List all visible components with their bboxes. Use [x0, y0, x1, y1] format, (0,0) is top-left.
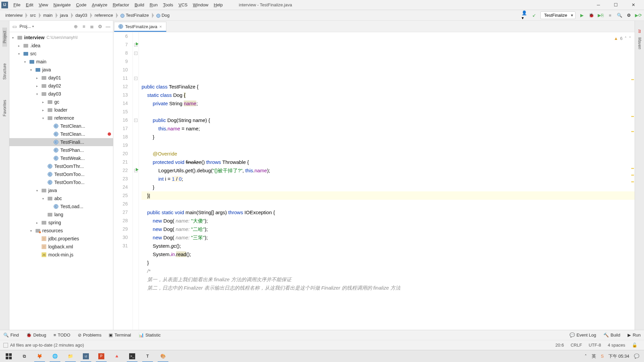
tree-node[interactable]: ▸spring	[9, 219, 113, 227]
breadcrumb-item[interactable]: reference	[92, 12, 118, 18]
edge-icon[interactable]: 🌐	[48, 351, 62, 362]
maven-tab[interactable]: Maven	[637, 35, 642, 51]
expand-all-icon[interactable]: ≡	[81, 23, 87, 29]
status-icon[interactable]	[3, 343, 8, 348]
line-separator[interactable]: CRLF	[567, 343, 585, 348]
run-config-selector[interactable]: TestFinalize	[540, 11, 576, 19]
tree-node[interactable]: CTestWeak...	[9, 154, 113, 162]
indent-settings[interactable]: 4 spaces	[604, 343, 629, 348]
tree-node[interactable]: ⋮jdbc.properties	[9, 235, 113, 243]
build-tool[interactable]: 🔨 Build	[603, 333, 620, 338]
project-tab[interactable]: Project	[2, 27, 7, 47]
menu-help[interactable]: Help	[211, 1, 225, 9]
eventlog-tool[interactable]: 💬 Event Log	[570, 333, 596, 338]
problems-tool[interactable]: ⊘ Problems	[78, 333, 102, 338]
tree-node[interactable]: ▾abc	[9, 194, 113, 202]
stop-button[interactable]: ■	[607, 12, 613, 18]
tree-node[interactable]: ▸gc	[9, 98, 113, 106]
menu-file[interactable]: File	[11, 1, 23, 9]
menu-code[interactable]: Code	[73, 1, 89, 9]
close-button[interactable]: ✕	[627, 1, 640, 9]
project-tree[interactable]: ▾interviewC:\Users\manyh\I▸.idea▾src▾mai…	[9, 32, 113, 330]
menu-window[interactable]: Window	[190, 1, 211, 9]
notepad-icon[interactable]: T	[140, 351, 155, 362]
settings-icon[interactable]: ⚙	[97, 23, 103, 29]
hide-icon[interactable]: —	[105, 23, 111, 29]
fold-column[interactable]: −−−−−	[133, 32, 139, 330]
run-tool[interactable]: ▶ Run	[628, 333, 641, 338]
notifications-icon[interactable]: 💬	[634, 354, 639, 359]
menu-view[interactable]: View	[36, 1, 51, 9]
intellij-icon[interactable]: IJ	[78, 351, 93, 362]
add-config-icon[interactable]: 👤▾	[522, 12, 528, 18]
tree-node[interactable]: lang	[9, 210, 113, 219]
tree-node[interactable]: ▸loader	[9, 106, 113, 114]
tree-node[interactable]: ▾main	[9, 58, 113, 66]
inspection-widget[interactable]: ▲ 6 ˄ ˅	[614, 34, 631, 43]
tree-node[interactable]: CTestOomThr...	[9, 162, 113, 170]
tray-chevron-icon[interactable]: ˄	[585, 354, 587, 359]
tree-node[interactable]: JSmock-min.js	[9, 251, 113, 259]
statistic-tool[interactable]: 📊 Statistic	[139, 333, 161, 338]
tree-node[interactable]: ▾interviewC:\Users\manyh\I	[9, 34, 113, 42]
editor-tab[interactable]: C TestFinalize.java ×	[114, 22, 166, 32]
tree-node[interactable]: ▾java	[9, 186, 113, 194]
search-icon[interactable]: 🔍	[616, 12, 623, 18]
settings-icon[interactable]: ⚙	[626, 12, 632, 18]
update-button[interactable]: ▶⟳	[635, 12, 641, 18]
breadcrumb-item[interactable]: TestFinalize	[118, 12, 154, 18]
tree-node[interactable]: ▾java	[9, 66, 113, 74]
code-area[interactable]: ▲ 6 ˄ ˅ public class TestFinalize { stat…	[139, 32, 635, 330]
menu-build[interactable]: Build	[132, 1, 147, 9]
breadcrumb-item[interactable]: main	[41, 12, 57, 18]
structure-tab[interactable]: Structure	[2, 60, 7, 83]
system-tray[interactable]: ˄ 英 S 下午 05:34 💬	[585, 353, 643, 359]
coverage-button[interactable]: ▶⎘	[598, 12, 604, 18]
debug-button[interactable]: 🐞	[588, 12, 594, 18]
tree-node[interactable]: ▾resources	[9, 227, 113, 235]
tree-node[interactable]: ⋮logback.xml	[9, 243, 113, 251]
breadcrumb-item[interactable]: day03	[73, 12, 92, 18]
menu-refactor[interactable]: Refactor	[110, 1, 132, 9]
menu-tools[interactable]: Tools	[160, 1, 176, 9]
tree-node[interactable]: CTestPhan...	[9, 146, 113, 154]
breadcrumb-item[interactable]: Dog	[154, 12, 174, 18]
task-view-icon[interactable]: ⧉	[17, 351, 32, 362]
terminal-tool[interactable]: ▣ Terminal	[109, 333, 131, 338]
line-gutter[interactable]: 6789101112131415161718192021222324252627…	[113, 32, 133, 330]
run-button[interactable]: ▶	[579, 12, 585, 18]
tree-node[interactable]: ▸.idea	[9, 42, 113, 50]
tree-node[interactable]: CTestFinali...	[9, 138, 113, 146]
ime-icon[interactable]: 英	[592, 353, 596, 359]
maven-icon[interactable]: m	[637, 27, 642, 35]
debug-tool[interactable]: 🐞 Debug	[26, 333, 46, 338]
tray-app-icon[interactable]: S	[601, 354, 604, 359]
todo-tool[interactable]: ≡ TODO	[54, 333, 70, 338]
maximize-button[interactable]: ☐	[609, 1, 623, 9]
tree-node[interactable]: CTestOomToo...	[9, 170, 113, 178]
caret-position[interactable]: 20:6	[552, 343, 567, 348]
menu-analyze[interactable]: Analyze	[89, 1, 110, 9]
select-opened-icon[interactable]: ⊕	[73, 23, 79, 29]
menu-navigate[interactable]: Navigate	[51, 1, 73, 9]
tree-node[interactable]: CTestClean...	[9, 130, 113, 138]
breadcrumb-item[interactable]: java	[57, 12, 73, 18]
firefox-icon[interactable]: 🦊	[32, 351, 47, 362]
menu-vcs[interactable]: VCS	[176, 1, 190, 9]
vlc-icon[interactable]: 🔺	[109, 351, 124, 362]
minimize-button[interactable]: ─	[592, 1, 605, 9]
tree-node[interactable]: ▸day02	[9, 82, 113, 90]
tree-node[interactable]: ▸day01	[9, 74, 113, 82]
prev-highlight-icon[interactable]: ˄	[625, 34, 627, 43]
start-button[interactable]	[1, 351, 16, 362]
close-tab-icon[interactable]: ×	[159, 24, 162, 29]
back-icon[interactable]: ↙	[531, 12, 537, 18]
powerpoint-icon[interactable]: P	[94, 351, 109, 362]
readonly-lock-icon[interactable]: 🔓	[629, 343, 641, 348]
breadcrumb-item[interactable]: src	[27, 12, 40, 18]
find-tool[interactable]: 🔍 Find	[3, 333, 19, 338]
menu-run[interactable]: Run	[147, 1, 160, 9]
tree-node[interactable]: CTestClean...	[9, 122, 113, 130]
paint-icon[interactable]: 🎨	[156, 351, 170, 362]
tree-node[interactable]: ▾day03	[9, 90, 113, 98]
